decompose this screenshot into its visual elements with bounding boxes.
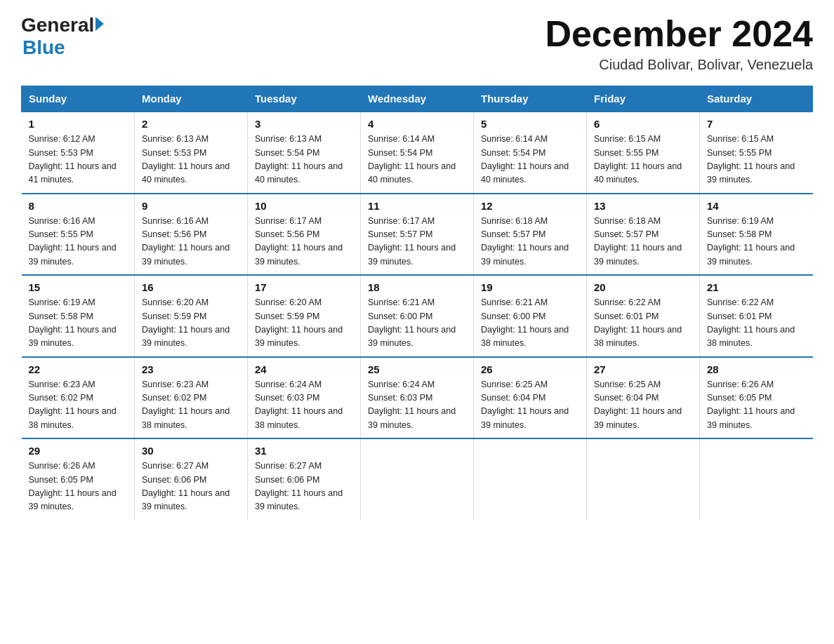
- day-number: 13: [594, 200, 692, 212]
- calendar-cell: 25 Sunrise: 6:24 AMSunset: 6:03 PMDaylig…: [361, 357, 474, 439]
- day-info: Sunrise: 6:23 AMSunset: 6:02 PMDaylight:…: [29, 380, 117, 430]
- calendar-body: 1 Sunrise: 6:12 AMSunset: 5:53 PMDayligh…: [22, 112, 813, 520]
- day-info: Sunrise: 6:25 AMSunset: 6:04 PMDaylight:…: [481, 380, 569, 430]
- header: General Blue December 2024 Ciudad Boliva…: [21, 14, 813, 73]
- calendar-cell: 3 Sunrise: 6:13 AMSunset: 5:54 PMDayligh…: [248, 112, 361, 194]
- header-cell-wednesday: Wednesday: [361, 86, 474, 112]
- calendar-table: SundayMondayTuesdayWednesdayThursdayFrid…: [21, 86, 813, 520]
- logo: General Blue: [21, 14, 104, 59]
- calendar-cell: 30 Sunrise: 6:27 AMSunset: 6:06 PMDaylig…: [135, 438, 248, 520]
- calendar-cell: 6 Sunrise: 6:15 AMSunset: 5:55 PMDayligh…: [587, 112, 700, 194]
- day-number: 17: [255, 281, 353, 293]
- day-number: 5: [481, 118, 579, 130]
- day-number: 3: [255, 118, 353, 130]
- calendar-cell: 7 Sunrise: 6:15 AMSunset: 5:55 PMDayligh…: [700, 112, 813, 194]
- day-info: Sunrise: 6:19 AMSunset: 5:58 PMDaylight:…: [707, 216, 795, 267]
- day-number: 31: [255, 445, 353, 457]
- logo-triangle-icon: [95, 17, 104, 31]
- calendar-cell: 22 Sunrise: 6:23 AMSunset: 6:02 PMDaylig…: [22, 357, 135, 439]
- day-info: Sunrise: 6:24 AMSunset: 6:03 PMDaylight:…: [255, 380, 343, 430]
- day-info: Sunrise: 6:15 AMSunset: 5:55 PMDaylight:…: [594, 134, 682, 185]
- calendar-cell: 17 Sunrise: 6:20 AMSunset: 5:59 PMDaylig…: [248, 275, 361, 357]
- day-info: Sunrise: 6:25 AMSunset: 6:04 PMDaylight:…: [594, 380, 682, 430]
- day-info: Sunrise: 6:16 AMSunset: 5:55 PMDaylight:…: [29, 216, 117, 267]
- calendar-cell: 5 Sunrise: 6:14 AMSunset: 5:54 PMDayligh…: [474, 112, 587, 194]
- day-info: Sunrise: 6:24 AMSunset: 6:03 PMDaylight:…: [368, 380, 456, 430]
- day-number: 12: [481, 200, 579, 212]
- header-cell-friday: Friday: [587, 86, 700, 112]
- calendar-cell: 14 Sunrise: 6:19 AMSunset: 5:58 PMDaylig…: [700, 194, 813, 276]
- day-number: 23: [142, 363, 240, 375]
- day-info: Sunrise: 6:18 AMSunset: 5:57 PMDaylight:…: [594, 216, 682, 267]
- calendar-cell: 8 Sunrise: 6:16 AMSunset: 5:55 PMDayligh…: [22, 194, 135, 276]
- day-info: Sunrise: 6:19 AMSunset: 5:58 PMDaylight:…: [29, 297, 117, 348]
- day-number: 4: [368, 118, 466, 130]
- day-number: 30: [142, 445, 240, 457]
- day-number: 22: [29, 363, 128, 375]
- day-info: Sunrise: 6:22 AMSunset: 6:01 PMDaylight:…: [594, 297, 682, 348]
- calendar-cell: 19 Sunrise: 6:21 AMSunset: 6:00 PMDaylig…: [474, 275, 587, 357]
- calendar-cell: 20 Sunrise: 6:22 AMSunset: 6:01 PMDaylig…: [587, 275, 700, 357]
- calendar-cell: 26 Sunrise: 6:25 AMSunset: 6:04 PMDaylig…: [474, 357, 587, 439]
- day-info: Sunrise: 6:27 AMSunset: 6:06 PMDaylight:…: [142, 461, 230, 511]
- calendar-cell: 4 Sunrise: 6:14 AMSunset: 5:54 PMDayligh…: [361, 112, 474, 194]
- day-number: 19: [481, 281, 579, 293]
- day-info: Sunrise: 6:27 AMSunset: 6:06 PMDaylight:…: [255, 461, 343, 511]
- calendar-cell: 28 Sunrise: 6:26 AMSunset: 6:05 PMDaylig…: [700, 357, 813, 439]
- day-info: Sunrise: 6:15 AMSunset: 5:55 PMDaylight:…: [707, 134, 795, 185]
- day-number: 2: [142, 118, 240, 130]
- day-number: 6: [594, 118, 692, 130]
- calendar-cell: 12 Sunrise: 6:18 AMSunset: 5:57 PMDaylig…: [474, 194, 587, 276]
- day-info: Sunrise: 6:14 AMSunset: 5:54 PMDaylight:…: [481, 134, 569, 185]
- header-row: SundayMondayTuesdayWednesdayThursdayFrid…: [22, 86, 813, 112]
- day-number: 26: [481, 363, 579, 375]
- day-number: 27: [594, 363, 692, 375]
- day-info: Sunrise: 6:21 AMSunset: 6:00 PMDaylight:…: [368, 297, 456, 348]
- day-info: Sunrise: 6:18 AMSunset: 5:57 PMDaylight:…: [481, 216, 569, 267]
- day-number: 7: [707, 118, 806, 130]
- day-number: 8: [29, 200, 128, 212]
- calendar-cell: [587, 438, 700, 520]
- day-info: Sunrise: 6:20 AMSunset: 5:59 PMDaylight:…: [255, 297, 343, 348]
- header-cell-tuesday: Tuesday: [248, 86, 361, 112]
- day-number: 25: [368, 363, 466, 375]
- calendar-week-5: 29 Sunrise: 6:26 AMSunset: 6:05 PMDaylig…: [22, 438, 813, 520]
- calendar-cell: 27 Sunrise: 6:25 AMSunset: 6:04 PMDaylig…: [587, 357, 700, 439]
- day-info: Sunrise: 6:13 AMSunset: 5:53 PMDaylight:…: [142, 134, 230, 185]
- calendar-cell: 16 Sunrise: 6:20 AMSunset: 5:59 PMDaylig…: [135, 275, 248, 357]
- calendar-cell: 10 Sunrise: 6:17 AMSunset: 5:56 PMDaylig…: [248, 194, 361, 276]
- calendar-cell: 15 Sunrise: 6:19 AMSunset: 5:58 PMDaylig…: [22, 275, 135, 357]
- month-title: December 2024: [545, 14, 813, 54]
- day-info: Sunrise: 6:23 AMSunset: 6:02 PMDaylight:…: [142, 380, 230, 430]
- day-info: Sunrise: 6:20 AMSunset: 5:59 PMDaylight:…: [142, 297, 230, 348]
- calendar-week-1: 1 Sunrise: 6:12 AMSunset: 5:53 PMDayligh…: [22, 112, 813, 194]
- day-info: Sunrise: 6:26 AMSunset: 6:05 PMDaylight:…: [29, 461, 117, 511]
- day-number: 28: [707, 363, 806, 375]
- calendar-cell: 13 Sunrise: 6:18 AMSunset: 5:57 PMDaylig…: [587, 194, 700, 276]
- calendar-cell: 21 Sunrise: 6:22 AMSunset: 6:01 PMDaylig…: [700, 275, 813, 357]
- day-number: 16: [142, 281, 240, 293]
- calendar-cell: [474, 438, 587, 520]
- day-info: Sunrise: 6:21 AMSunset: 6:00 PMDaylight:…: [481, 297, 569, 348]
- day-number: 11: [368, 200, 466, 212]
- day-info: Sunrise: 6:12 AMSunset: 5:53 PMDaylight:…: [29, 134, 117, 185]
- calendar-cell: [361, 438, 474, 520]
- day-info: Sunrise: 6:16 AMSunset: 5:56 PMDaylight:…: [142, 216, 230, 267]
- calendar-cell: 24 Sunrise: 6:24 AMSunset: 6:03 PMDaylig…: [248, 357, 361, 439]
- calendar-cell: 31 Sunrise: 6:27 AMSunset: 6:06 PMDaylig…: [248, 438, 361, 520]
- calendar-cell: 11 Sunrise: 6:17 AMSunset: 5:57 PMDaylig…: [361, 194, 474, 276]
- calendar-week-3: 15 Sunrise: 6:19 AMSunset: 5:58 PMDaylig…: [22, 275, 813, 357]
- day-number: 1: [29, 118, 128, 130]
- header-cell-monday: Monday: [135, 86, 248, 112]
- calendar-cell: 23 Sunrise: 6:23 AMSunset: 6:02 PMDaylig…: [135, 357, 248, 439]
- calendar-cell: 29 Sunrise: 6:26 AMSunset: 6:05 PMDaylig…: [22, 438, 135, 520]
- day-number: 18: [368, 281, 466, 293]
- calendar-cell: 18 Sunrise: 6:21 AMSunset: 6:00 PMDaylig…: [361, 275, 474, 357]
- calendar-cell: 1 Sunrise: 6:12 AMSunset: 5:53 PMDayligh…: [22, 112, 135, 194]
- day-number: 9: [142, 200, 240, 212]
- header-cell-thursday: Thursday: [474, 86, 587, 112]
- calendar-week-4: 22 Sunrise: 6:23 AMSunset: 6:02 PMDaylig…: [22, 357, 813, 439]
- day-number: 10: [255, 200, 353, 212]
- day-info: Sunrise: 6:14 AMSunset: 5:54 PMDaylight:…: [368, 134, 456, 185]
- calendar-cell: 9 Sunrise: 6:16 AMSunset: 5:56 PMDayligh…: [135, 194, 248, 276]
